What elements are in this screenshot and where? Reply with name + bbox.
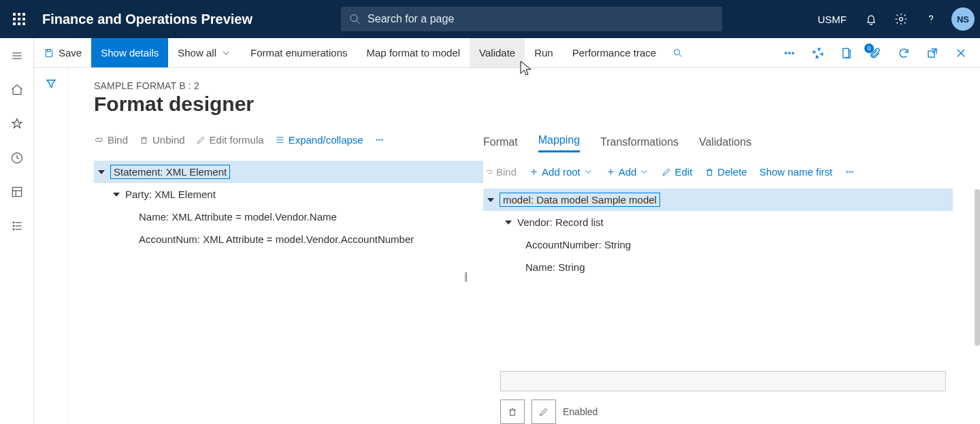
show-all-label: Show all (178, 47, 216, 59)
svg-rect-38 (708, 170, 712, 176)
caret-icon[interactable] (98, 170, 105, 174)
mapping-panel: || Format Mapping Transformations Valida… (483, 128, 980, 424)
more-icon[interactable] (777, 41, 802, 65)
home-icon[interactable] (3, 82, 31, 98)
svg-point-32 (378, 139, 380, 140)
mapping-row-accountnumber[interactable]: AccountNumber: String (483, 233, 953, 256)
enabled-label: Enabled (563, 406, 598, 417)
user-avatar[interactable]: NS (951, 7, 975, 31)
tree-row-accountnum-attr[interactable]: AccountNum: XML Attribute = model.Vendor… (94, 228, 483, 250)
left-more-icon[interactable] (374, 135, 385, 145)
performance-trace-button[interactable]: Performance trace (563, 38, 666, 67)
options-icon[interactable] (806, 41, 830, 65)
workspaces-icon[interactable] (3, 184, 31, 200)
tree-label: Statement: XML Element (110, 165, 230, 179)
recent-icon[interactable] (3, 150, 31, 166)
caret-icon[interactable] (487, 198, 494, 202)
app-launcher-icon[interactable] (5, 5, 33, 33)
run-button[interactable]: Run (525, 38, 563, 67)
mapping-row-name[interactable]: Name: String (483, 256, 953, 278)
svg-line-19 (679, 54, 681, 56)
svg-point-20 (785, 52, 787, 53)
popout-icon[interactable] (920, 41, 945, 65)
validate-label: Validate (479, 47, 515, 59)
tab-validations[interactable]: Validations (699, 136, 751, 152)
edit-button[interactable]: Edit (662, 166, 692, 178)
format-tree-panel: Bind Unbind Edit formula Expand/collapse… (94, 128, 483, 424)
show-name-first-button[interactable]: Show name first (760, 166, 833, 178)
modules-icon[interactable] (3, 218, 31, 234)
save-label: Save (59, 47, 82, 59)
add-root-button[interactable]: Add root (529, 166, 593, 178)
search-icon (349, 13, 361, 25)
page-options-icon[interactable] (834, 41, 859, 65)
mapping-row-vendor[interactable]: Vendor: Record list (483, 211, 953, 233)
svg-point-15 (13, 229, 14, 230)
right-more-icon[interactable] (845, 167, 855, 177)
close-icon[interactable] (949, 41, 973, 65)
global-header: Finance and Operations Preview USMF NS (0, 0, 980, 38)
format-enumerations-button[interactable]: Format enumerations (241, 38, 357, 67)
global-search[interactable] (341, 7, 722, 31)
chevron-down-icon (639, 167, 649, 177)
caret-icon[interactable] (505, 221, 512, 225)
tree-row-name-attr[interactable]: Name: XML Attribute = model.Vendor.Name (94, 206, 483, 228)
splitter-handle[interactable]: || (464, 271, 466, 282)
favorites-icon[interactable] (3, 116, 31, 132)
tab-mapping[interactable]: Mapping (538, 134, 580, 152)
tree-label: Name: XML Attribute = model.Vendor.Name (139, 211, 337, 223)
svg-point-33 (381, 139, 382, 140)
svg-rect-8 (12, 187, 21, 196)
footer-edit-button[interactable] (532, 399, 556, 424)
show-details-button[interactable]: Show details (91, 38, 168, 67)
format-enum-label: Format enumerations (250, 47, 348, 59)
svg-rect-42 (510, 410, 515, 415)
svg-point-11 (13, 222, 14, 223)
settings-icon[interactable] (887, 5, 915, 33)
find-button[interactable] (666, 38, 690, 67)
filter-rail (34, 68, 68, 424)
svg-point-31 (376, 139, 377, 140)
help-icon[interactable] (917, 5, 945, 33)
tab-format[interactable]: Format (483, 136, 518, 152)
tree-label: AccountNum: XML Attribute = model.Vendor… (139, 233, 414, 245)
attachments-badge: 0 (864, 44, 874, 53)
validate-button[interactable]: Validate (470, 38, 525, 67)
show-all-button[interactable]: Show all (168, 38, 241, 67)
tab-transformations[interactable]: Transformations (600, 136, 679, 152)
unbind-button[interactable]: Unbind (139, 134, 185, 146)
hamburger-icon[interactable] (3, 48, 31, 64)
svg-line-1 (357, 20, 359, 23)
expand-collapse-button[interactable]: Expand/collapse (275, 134, 363, 146)
svg-point-22 (792, 52, 794, 53)
tree-row-party[interactable]: Party: XML Element (94, 183, 483, 206)
svg-point-41 (851, 172, 853, 173)
scrollbar-thumb[interactable] (975, 189, 980, 346)
tree-label: Name: String (525, 261, 585, 273)
notifications-icon[interactable] (858, 5, 885, 33)
add-button[interactable]: Add (606, 166, 650, 178)
tree-row-statement[interactable]: Statement: XML Element (94, 161, 483, 183)
attachments-icon[interactable]: 0 (863, 41, 887, 65)
mapping-bind-button[interactable]: Bind (483, 166, 517, 178)
edit-formula-button[interactable]: Edit formula (196, 134, 264, 146)
filter-icon[interactable] (45, 78, 57, 424)
expression-field[interactable] (500, 371, 946, 391)
caret-icon[interactable] (113, 193, 120, 197)
search-input[interactable] (368, 13, 714, 25)
svg-rect-17 (47, 49, 50, 51)
svg-point-3 (931, 22, 932, 23)
tree-label: Party: XML Element (125, 189, 216, 200)
refresh-icon[interactable] (892, 41, 916, 65)
delete-button[interactable]: Delete (704, 166, 747, 178)
svg-rect-27 (142, 138, 146, 144)
tree-label: AccountNumber: String (525, 239, 631, 250)
mapping-row-model[interactable]: model: Data model Sample model (483, 189, 953, 211)
footer-delete-button[interactable] (500, 399, 525, 424)
tree-label: model: Data model Sample model (500, 193, 660, 207)
perf-trace-label: Performance trace (572, 47, 656, 59)
run-label: Run (534, 47, 553, 59)
map-format-button[interactable]: Map format to model (357, 38, 470, 67)
bind-button[interactable]: Bind (94, 134, 128, 146)
save-button[interactable]: Save (34, 38, 91, 67)
